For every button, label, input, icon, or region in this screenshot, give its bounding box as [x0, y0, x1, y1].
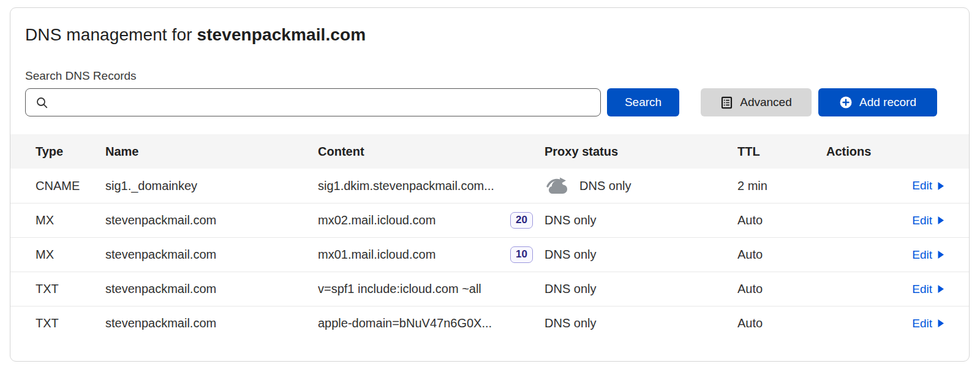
record-actions-cell: Edit: [826, 283, 969, 296]
proxy-status-cell: DNS only: [545, 213, 737, 227]
record-actions-cell: Edit: [826, 248, 969, 262]
proxy-status-cell: DNS only: [545, 316, 737, 330]
column-header-content: Content: [318, 145, 545, 159]
record-name: stevenpackmail.com: [105, 248, 318, 262]
column-header-name: Name: [105, 145, 318, 159]
triangle-right-icon: [937, 181, 944, 191]
triangle-right-icon: [937, 216, 944, 225]
record-name: stevenpackmail.com: [105, 282, 318, 296]
record-ttl: Auto: [737, 213, 826, 227]
proxy-status-label: DNS only: [545, 248, 596, 262]
search-box[interactable]: [25, 88, 601, 116]
table-header-row: Type Name Content Proxy status TTL Actio…: [10, 134, 969, 169]
record-type: MX: [10, 248, 105, 262]
mx-priority-badge: 10: [510, 246, 533, 262]
page-title-prefix: DNS management for: [25, 25, 197, 44]
dns-management-card: DNS management for stevenpackmail.com Se…: [10, 7, 970, 362]
edit-record-link[interactable]: Edit: [912, 214, 944, 227]
table-row: TXT stevenpackmail.com v=spf1 include:ic…: [10, 272, 969, 306]
record-type: TXT: [10, 282, 105, 296]
record-content: v=spf1 include:icloud.com ~all: [318, 282, 545, 296]
proxy-status-cell: DNS only: [545, 248, 737, 262]
search-dns-records-label: Search DNS Records: [25, 69, 954, 83]
record-ttl: 2 min: [737, 179, 826, 193]
record-actions-cell: Edit: [826, 214, 969, 227]
edit-record-link[interactable]: Edit: [912, 317, 944, 330]
column-header-type: Type: [10, 145, 105, 159]
record-content-text: mx01.mail.icloud.com: [318, 248, 435, 262]
edit-record-link[interactable]: Edit: [912, 179, 944, 192]
record-content-text: mx02.mail.icloud.com: [318, 213, 435, 227]
proxy-status-cell: DNS only: [545, 282, 737, 296]
plus-circle-icon: [839, 96, 853, 109]
record-content-text: v=spf1 include:icloud.com ~all: [318, 282, 481, 296]
mx-priority-badge: 20: [510, 212, 533, 228]
edit-link-label: Edit: [912, 179, 932, 192]
edit-record-link[interactable]: Edit: [912, 283, 944, 296]
record-ttl: Auto: [737, 282, 826, 296]
column-header-actions: Actions: [826, 145, 969, 159]
record-actions-cell: Edit: [826, 179, 969, 192]
search-controls: Search Advanced: [25, 88, 937, 116]
proxy-status-cell: DNS only: [545, 177, 737, 195]
record-ttl: Auto: [737, 316, 826, 330]
edit-link-label: Edit: [912, 214, 932, 227]
table-row: MX stevenpackmail.com mx02.mail.icloud.c…: [10, 203, 969, 237]
table-row: TXT stevenpackmail.com apple-domain=bNuV…: [10, 306, 969, 340]
proxy-status-label: DNS only: [579, 179, 631, 193]
add-record-button-label: Add record: [859, 96, 916, 109]
record-name: stevenpackmail.com: [105, 316, 318, 330]
page-title-domain: stevenpackmail.com: [197, 25, 366, 44]
record-name: stevenpackmail.com: [105, 213, 318, 227]
record-content: apple-domain=bNuV47n6G0X...: [318, 316, 545, 330]
search-input[interactable]: [26, 89, 600, 116]
proxy-status-label: DNS only: [545, 316, 596, 330]
add-record-button[interactable]: Add record: [818, 88, 937, 116]
triangle-right-icon: [937, 319, 944, 328]
edit-link-label: Edit: [912, 248, 932, 262]
record-content: mx02.mail.icloud.com 20: [318, 212, 545, 228]
advanced-button-label: Advanced: [740, 96, 792, 109]
edit-record-link[interactable]: Edit: [912, 248, 944, 262]
record-content: sig1.dkim.stevenpackmail.com...: [318, 179, 545, 193]
list-document-icon: [720, 96, 733, 109]
record-content: mx01.mail.icloud.com 10: [318, 246, 545, 262]
record-actions-cell: Edit: [826, 317, 969, 330]
record-type: CNAME: [10, 179, 105, 193]
record-type: TXT: [10, 316, 105, 330]
search-button[interactable]: Search: [607, 88, 679, 116]
record-ttl: Auto: [737, 248, 826, 262]
proxy-status-label: DNS only: [545, 213, 596, 227]
record-content-text: sig1.dkim.stevenpackmail.com...: [318, 179, 494, 193]
advanced-button[interactable]: Advanced: [701, 88, 812, 116]
table-row: MX stevenpackmail.com mx01.mail.icloud.c…: [10, 237, 969, 272]
column-header-ttl: TTL: [737, 145, 826, 159]
record-content-text: apple-domain=bNuV47n6G0X...: [318, 316, 492, 330]
edit-link-label: Edit: [912, 317, 932, 330]
triangle-right-icon: [937, 284, 944, 294]
page-title: DNS management for stevenpackmail.com: [25, 25, 954, 45]
triangle-right-icon: [937, 250, 944, 259]
gray-cloud-arrow-icon: [545, 177, 571, 195]
search-button-label: Search: [625, 96, 662, 109]
record-name: sig1._domainkey: [105, 179, 318, 193]
column-header-proxy-status: Proxy status: [545, 145, 737, 159]
proxy-status-label: DNS only: [545, 282, 596, 296]
table-row: CNAME sig1._domainkey sig1.dkim.stevenpa…: [10, 169, 969, 203]
dns-records-table: Type Name Content Proxy status TTL Actio…: [10, 134, 969, 340]
record-type: MX: [10, 213, 105, 227]
table-body: CNAME sig1._domainkey sig1.dkim.stevenpa…: [10, 169, 969, 340]
edit-link-label: Edit: [912, 283, 932, 296]
